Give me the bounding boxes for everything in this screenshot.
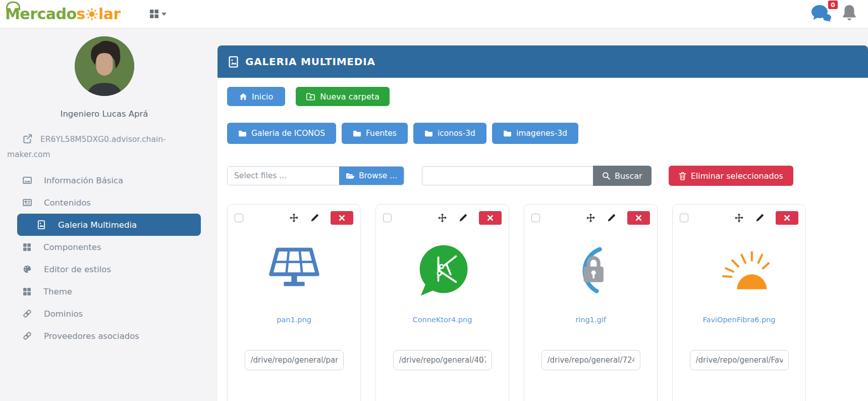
file-select-checkbox[interactable] [235, 214, 243, 222]
new-folder-button-label: Nueva carpeta [320, 92, 379, 102]
folders-row: Galeria de ICONOS Fuentes iconos-3d imag… [227, 123, 858, 144]
external-link-icon [23, 134, 32, 143]
edit-pencil-icon[interactable] [310, 214, 319, 222]
file-path-input[interactable] [393, 350, 492, 370]
folder-button-iconos-3d[interactable]: iconos-3d [413, 123, 486, 144]
move-icon[interactable] [586, 213, 595, 223]
sidebar-item-label: Componentes [43, 242, 101, 252]
logo-text-orange-lar: lar [98, 5, 121, 23]
folder-icon [353, 130, 361, 137]
chevron-down-icon [161, 13, 167, 16]
delete-file-button[interactable] [776, 211, 798, 225]
file-card: ConneKtor4.png [375, 204, 509, 401]
sidebar-item-label: Dominios [44, 309, 83, 319]
sidebar-item-componentes[interactable]: Componentes [0, 236, 208, 258]
folder-icon [503, 130, 512, 137]
sidebar-item-label: Galeria Multimedia [58, 220, 137, 230]
folder-button-fuentes[interactable]: Fuentes [342, 123, 408, 144]
search-button[interactable]: Buscar [593, 166, 652, 186]
trash-icon [679, 172, 686, 180]
sidebar-item-label: Proveedores asociados [44, 331, 139, 341]
file-name-link[interactable]: ring1.gif [531, 316, 650, 324]
mercadosolar-logo[interactable]: Mercadoslar [5, 5, 121, 23]
chat-count-badge: 0 [827, 0, 839, 10]
folder-button-label: imagenes-3d [516, 129, 567, 138]
sidebar-item-contenidos[interactable]: Contenidos [0, 191, 208, 214]
folder-button-label: Fuentes [366, 129, 397, 138]
move-icon[interactable] [289, 213, 299, 223]
browse-button-label: Browse ... [359, 171, 397, 180]
file-card: ring1.gif [524, 204, 658, 401]
sidebar-item-dominios[interactable]: Dominios [0, 303, 208, 325]
sidebar-item-theme[interactable]: Theme [0, 280, 208, 303]
apps-grid-icon [150, 10, 158, 18]
sidebar-item-proveedores-asociados[interactable]: Proveedores asociados [0, 325, 208, 347]
delete-selected-button-label: Eliminar seleccionados [691, 171, 783, 181]
file-path-input[interactable] [245, 350, 344, 370]
file-cards-grid: pan1.png [227, 204, 858, 401]
grid-icon [23, 243, 31, 252]
delete-file-button[interactable] [479, 211, 502, 225]
notifications-button[interactable] [842, 5, 857, 24]
search-input[interactable] [422, 166, 593, 185]
folder-open-icon [346, 172, 355, 180]
file-name-link[interactable]: pan1.png [235, 316, 353, 324]
home-icon [239, 92, 247, 101]
browse-button[interactable]: Browse ... [339, 167, 404, 185]
edit-pencil-icon[interactable] [607, 214, 616, 222]
file-select-checkbox[interactable] [680, 214, 688, 222]
folder-button-imagenes-3d[interactable]: imagenes-3d [492, 123, 578, 144]
id-card-icon [23, 176, 32, 185]
sidebar-item-label: Contenidos [44, 198, 91, 208]
delete-file-button[interactable] [627, 211, 650, 225]
file-select-checkbox[interactable] [531, 214, 540, 222]
file-thumbnail-sunrise[interactable] [680, 231, 798, 311]
edit-pencil-icon[interactable] [459, 214, 467, 222]
sidebar-item-galeria-multimedia[interactable]: Galeria Multimedia [17, 214, 201, 236]
file-thumbnail-green-bubble-k[interactable] [383, 231, 502, 311]
contents-icon [23, 198, 32, 207]
sun-icon [86, 8, 98, 20]
file-path-input[interactable] [690, 350, 789, 370]
user-avatar[interactable] [75, 36, 134, 96]
file-upload-input[interactable]: Select files ... Browse ... [227, 166, 404, 185]
home-button-label: Inicio [252, 92, 273, 102]
sidebar-menu: Información Básica Contenidos Galeria Mu… [0, 169, 208, 347]
file-select-checkbox[interactable] [383, 214, 392, 222]
sidebar-item-editor-de-estilos[interactable]: Editor de estilos [0, 258, 208, 280]
link-icon [23, 331, 32, 340]
site-domain-link[interactable]: ER6YL58M5DXG0.advisor.chain-maker.com [0, 132, 208, 162]
palette-icon [23, 265, 32, 274]
file-path-input[interactable] [541, 350, 640, 370]
folder-button-galeria-de-iconos[interactable]: Galeria de ICONOS [227, 123, 336, 144]
edit-pencil-icon[interactable] [755, 214, 764, 222]
file-card: FaviOpenFibra6.png [672, 204, 806, 401]
apps-menu-button[interactable] [150, 10, 167, 18]
topbar-icons: 0 [810, 4, 857, 24]
logo-text-orange-s: s [77, 5, 85, 23]
delete-selected-button[interactable]: Eliminar seleccionados [669, 166, 793, 186]
move-icon[interactable] [438, 213, 447, 223]
file-thumbnail-ring-lock[interactable] [531, 231, 650, 311]
file-name-link[interactable]: FaviOpenFibra6.png [680, 316, 798, 324]
card-toolbar [235, 211, 353, 225]
card-toolbar [680, 211, 798, 225]
chat-button[interactable]: 0 [810, 4, 833, 24]
gallery-panel: GALERIA MULTIMEDIA Inicio Nueva carpeta [218, 45, 868, 401]
sidebar-item-label: Editor de estilos [44, 265, 111, 274]
sidebar-item-informacion-basica[interactable]: Información Básica [0, 169, 208, 191]
page-title: GALERIA MULTIMEDIA [245, 56, 375, 68]
delete-file-button[interactable] [331, 211, 353, 225]
home-button[interactable]: Inicio [227, 87, 285, 106]
actions-row: Inicio Nueva carpeta [227, 87, 858, 106]
move-icon[interactable] [734, 213, 744, 223]
file-thumbnail-solar-panel[interactable] [235, 231, 353, 311]
topbar: Mercadoslar 0 [0, 0, 868, 28]
main-content: GALERIA MULTIMEDIA Inicio Nueva carpeta [208, 28, 868, 401]
file-image-icon [228, 56, 239, 68]
new-folder-button[interactable]: Nueva carpeta [296, 87, 390, 106]
close-icon [487, 215, 493, 221]
close-icon [636, 215, 641, 221]
sidebar-item-label: Theme [43, 287, 72, 296]
file-name-link[interactable]: ConneKtor4.png [383, 316, 502, 324]
